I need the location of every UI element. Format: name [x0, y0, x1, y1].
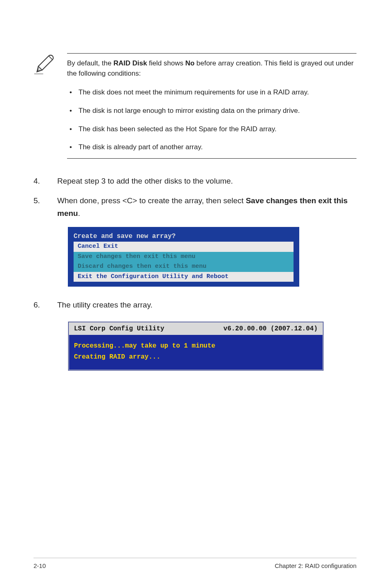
note-bullet: The disk is not large enough to mirror e… — [78, 102, 356, 120]
page-number: 2-10 — [34, 562, 46, 569]
step-5: 5. When done, press <C> to create the ar… — [34, 195, 356, 220]
step-6: 6. The utility creates the array. — [34, 299, 356, 311]
note-bullet: The disk does not meet the minimum requi… — [78, 83, 356, 102]
bios-dialog-title: Create and save new array? — [68, 232, 299, 242]
bios-menu-item-cancel[interactable]: Cancel Exit — [74, 242, 294, 252]
note-bullet: The disk is already part of another arra… — [78, 138, 356, 157]
bios-status-line: Creating RAID array... — [74, 352, 318, 363]
bios-menu-item-save[interactable]: Save changes then exit this menu — [74, 252, 294, 262]
chapter-title: Chapter 2: RAID configuration — [275, 562, 356, 569]
bios-menu-item-exit-reboot[interactable]: Exit the Configuration Utility and Reboo… — [74, 272, 294, 282]
note-bullet-list: The disk does not meet the minimum requi… — [67, 79, 356, 157]
note-bullet: The disk has been selected as the Hot Sp… — [78, 120, 356, 139]
bios-app-version: v6.20.00.00 (2007.12.04) — [224, 324, 318, 333]
bios-progress-window: LSI Corp Config Utility v6.20.00.00 (200… — [68, 321, 324, 371]
note-intro: By default, the RAID Disk field shows No… — [67, 58, 356, 79]
bios-menu-item-discard[interactable]: Discard changes then exit this menu — [74, 262, 294, 272]
bios-status-line: Processing...may take up to 1 minute — [74, 341, 318, 352]
bios-app-name: LSI Corp Config Utility — [74, 324, 164, 333]
step-4: 4. Repeat step 3 to add the other disks … — [34, 175, 356, 187]
pencil-note-icon — [34, 53, 56, 75]
bios-dialog-save-array: Create and save new array? Cancel Exit S… — [68, 227, 299, 287]
